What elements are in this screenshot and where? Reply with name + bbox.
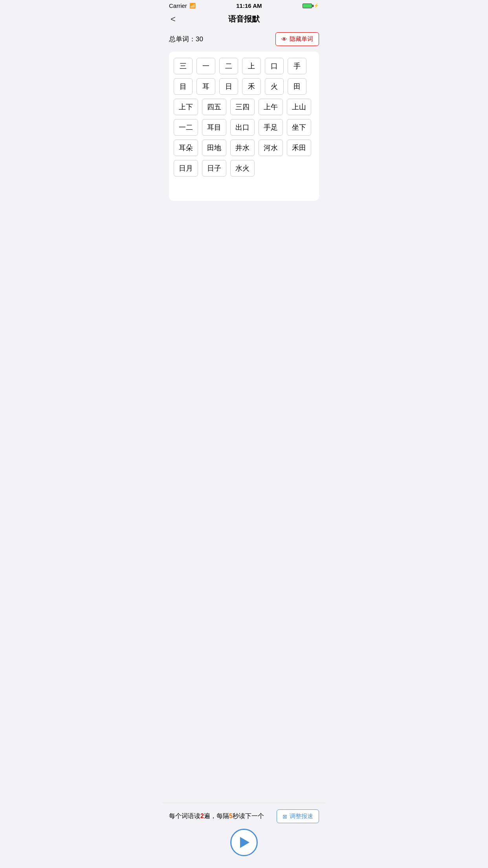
total-words-label: 总单词：30 [169,35,203,44]
hide-btn-label: 隐藏单词 [290,35,313,43]
word-tag[interactable]: 耳 [196,78,215,95]
word-tag[interactable]: 耳目 [202,119,226,136]
word-tag[interactable]: 三 [174,58,193,74]
words-grid: 三一二上口手目耳日禾火田上下四五三四上午上山一二耳目出口手足坐下耳朵田地井水河水… [174,58,314,177]
page-title: 语音报默 [228,14,260,24]
wifi-icon: 📶 [189,3,196,9]
word-tag[interactable]: 二 [219,58,238,74]
battery-icon [303,4,312,8]
word-tag[interactable]: 水火 [230,160,255,177]
eye-icon: 👁 [281,36,287,42]
carrier-label: Carrier [169,2,187,9]
charging-icon: ⚡ [314,3,319,8]
word-tag[interactable]: 上午 [259,99,283,115]
word-tag[interactable]: 日月 [174,160,198,177]
total-label: 总单词： [169,35,196,43]
word-tag[interactable]: 田 [288,78,306,95]
total-count: 30 [196,35,203,43]
word-tag[interactable]: 出口 [230,119,255,136]
word-tag[interactable]: 一二 [174,119,198,136]
word-tag[interactable]: 上山 [287,99,311,115]
word-tag[interactable]: 三四 [230,99,255,115]
word-tag[interactable]: 四五 [202,99,226,115]
status-left: Carrier 📶 [169,2,196,9]
word-tag[interactable]: 上 [242,58,261,74]
word-tag[interactable]: 日子 [202,160,226,177]
word-tag[interactable]: 目 [174,78,193,95]
word-tag[interactable]: 禾 [242,78,261,95]
word-tag[interactable]: 口 [265,58,284,74]
hide-words-button[interactable]: 👁 隐藏单词 [275,32,319,46]
status-right: ⚡ [303,3,319,8]
header-row: 总单词：30 👁 隐藏单词 [169,32,319,46]
word-tag[interactable]: 河水 [259,140,283,156]
status-bar: Carrier 📶 11:16 AM ⚡ [163,0,325,11]
nav-bar: < 语音报默 [163,11,325,28]
words-container: 三一二上口手目耳日禾火田上下四五三四上午上山一二耳目出口手足坐下耳朵田地井水河水… [169,51,319,201]
word-tag[interactable]: 井水 [230,140,255,156]
word-tag[interactable]: 手 [288,58,306,74]
word-tag[interactable]: 禾田 [287,140,311,156]
word-tag[interactable]: 上下 [174,99,198,115]
status-time: 11:16 AM [236,2,262,9]
word-tag[interactable]: 一 [196,58,215,74]
main-content: 总单词：30 👁 隐藏单词 三一二上口手目耳日禾火田上下四五三四上午上山一二耳目… [163,28,325,264]
word-tag[interactable]: 坐下 [287,119,311,136]
word-tag[interactable]: 火 [265,78,284,95]
word-tag[interactable]: 耳朵 [174,140,198,156]
back-button[interactable]: < [169,13,177,26]
word-tag[interactable]: 田地 [202,140,226,156]
word-tag[interactable]: 日 [219,78,238,95]
word-tag[interactable]: 手足 [259,119,283,136]
